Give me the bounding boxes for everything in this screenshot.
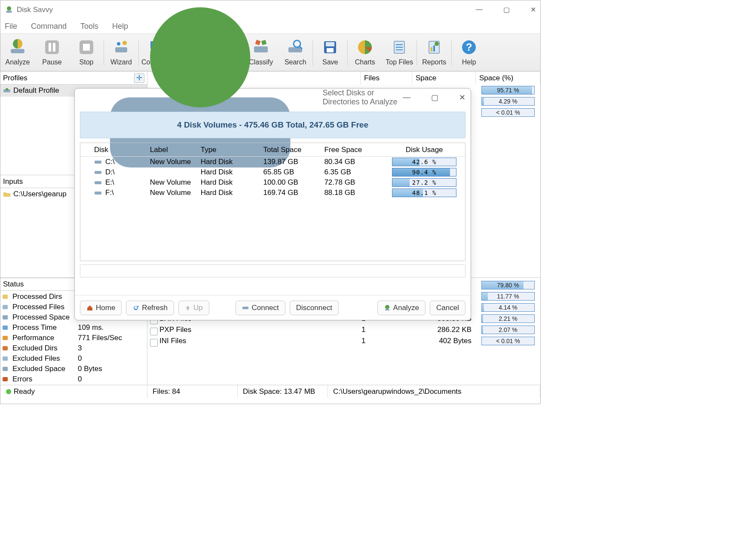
dlg-col-total[interactable]: Total Space [260,146,321,154]
tb-help-icon: ? [459,38,478,57]
tb-topfiles-icon [390,38,409,57]
col-space[interactable]: Space [412,72,476,85]
home-button[interactable]: Home [80,301,122,315]
main-window: Disk Savvy — ▢ ✕ FileCommandToolsHelp An… [0,0,541,404]
disk-row[interactable]: D:\Hard Disk65.85 GB6.35 GB90.4 % [80,167,465,177]
dlg-col-label[interactable]: Label [147,146,197,154]
filetype-row[interactable]: PXP Files1286.22 KB2.07 % [147,324,540,335]
dlg-col-disk[interactable]: Disk [91,146,147,154]
dialog-summary: 4 Disk Volumes - 475.46 GB Total, 247.65… [80,112,465,138]
svg-point-49 [150,7,250,107]
svg-text:?: ? [466,41,472,53]
disk-row[interactable]: E:\New VolumeHard Disk100.00 GB72.78 GB2… [80,177,465,188]
svg-rect-44 [3,356,8,361]
svg-rect-56 [385,309,389,310]
dialog-close-icon[interactable]: ✕ [459,93,465,102]
svg-rect-3 [11,49,24,53]
dialog-title: Select Disks or Directories to Analyze [322,88,403,107]
select-disks-dialog: Select Disks or Directories to Analyze —… [74,88,471,320]
col-files[interactable]: Files [361,72,412,85]
dialog-disk-table: Disk Label Type Total Space Free Space D… [80,143,465,261]
svg-rect-41 [3,326,8,330]
refresh-button[interactable]: Refresh [126,301,174,315]
tb-reports-icon [425,38,444,57]
analyze-button[interactable]: Analyze [377,301,426,315]
dlg-col-free[interactable]: Free Space [321,146,383,154]
up-button[interactable]: Up [178,301,209,315]
tb-analyze-icon [8,38,27,57]
tb-pause[interactable]: Pause [35,36,69,69]
tb-save-icon [321,38,340,57]
status-bar: Ready Files: 84 Disk Space: 13.47 MB C:\… [0,385,540,398]
drive-icon [94,190,102,196]
dlg-col-type[interactable]: Type [197,146,260,154]
svg-rect-43 [3,346,8,350]
app-icon [5,6,13,14]
dlg-col-usage[interactable]: Disk Usage [383,146,465,154]
status-row-icon [2,314,8,320]
close-icon[interactable]: ✕ [530,6,536,14]
status-space: Disk Space: 13.47 MB [243,387,315,396]
svg-rect-40 [3,315,8,320]
filetype-row[interactable]: INI Files1402 Bytes< 0.01 % [147,335,540,347]
status-row: Errors0 [2,374,145,384]
menu-file[interactable]: File [5,22,17,31]
svg-rect-39 [3,305,8,309]
tb-reports[interactable]: Reports [417,36,451,69]
status-row: Excluded Dirs3 [2,343,145,353]
drive-icon [94,169,102,175]
svg-point-55 [385,305,389,309]
status-row-icon [2,376,8,382]
status-path: C:\Users\gearupwindows_2\Documents [333,387,462,396]
svg-rect-52 [95,181,101,184]
svg-rect-50 [95,161,101,164]
drive-icon [3,88,11,94]
dialog-maximize-icon[interactable]: ▢ [431,93,438,102]
filetype-pct-bar: 2.07 % [481,326,535,334]
svg-point-47 [6,389,11,394]
tb-pause-icon [43,38,61,57]
connect-button[interactable]: Connect [236,301,285,315]
dialog-path-input[interactable] [80,265,465,277]
svg-rect-51 [95,171,101,174]
svg-rect-42 [3,336,8,340]
tb-analyze[interactable]: Analyze [0,36,35,69]
status-row-icon [2,335,8,341]
tb-help[interactable]: ?Help [452,36,486,69]
disconnect-button[interactable]: Disconnect [290,301,339,315]
tb-topfiles[interactable]: Top Files [382,36,416,69]
tb-charts-icon [355,38,374,57]
maximize-icon[interactable]: ▢ [503,6,510,14]
space-pct-bar: 95.71 % [481,86,535,94]
svg-point-37 [6,88,8,91]
filetype-pct-bar: 2.21 % [481,314,535,323]
svg-rect-54 [242,307,248,309]
svg-point-31 [435,42,439,46]
status-row-icon [2,366,8,372]
space-pct-bar: 4.29 % [481,97,535,106]
menu-command[interactable]: Command [31,22,67,31]
filetype-pct-bar: 4.14 % [481,303,535,312]
status-row-icon [2,356,8,362]
tb-charts[interactable]: Charts [348,36,382,69]
cancel-button[interactable]: Cancel [430,301,465,315]
svg-rect-6 [53,43,55,52]
status-row-icon [2,304,8,310]
disk-row[interactable]: F:\New VolumeHard Disk169.74 GB88.18 GB4… [80,188,465,198]
dialog-minimize-icon[interactable]: — [403,93,410,102]
disk-usage-bar: 27.2 % [392,178,456,187]
svg-rect-45 [3,367,8,371]
svg-rect-4 [45,40,59,54]
ready-icon [6,389,12,395]
status-files: Files: 84 [153,387,180,396]
svg-rect-38 [3,295,8,299]
disk-usage-bar: 48.1 % [392,189,456,197]
status-row: Process Time109 ms. [2,323,145,333]
col-pct[interactable]: Space (%) [476,72,540,85]
disk-usage-bar: 42.6 % [392,158,456,166]
status-row: Excluded Space0 Bytes [2,364,145,374]
status-row-icon [2,345,8,351]
minimize-icon[interactable]: — [476,6,483,14]
svg-rect-32 [431,47,432,52]
disk-row[interactable]: C:\New VolumeHard Disk139.87 GB80.34 GB4… [80,157,465,167]
